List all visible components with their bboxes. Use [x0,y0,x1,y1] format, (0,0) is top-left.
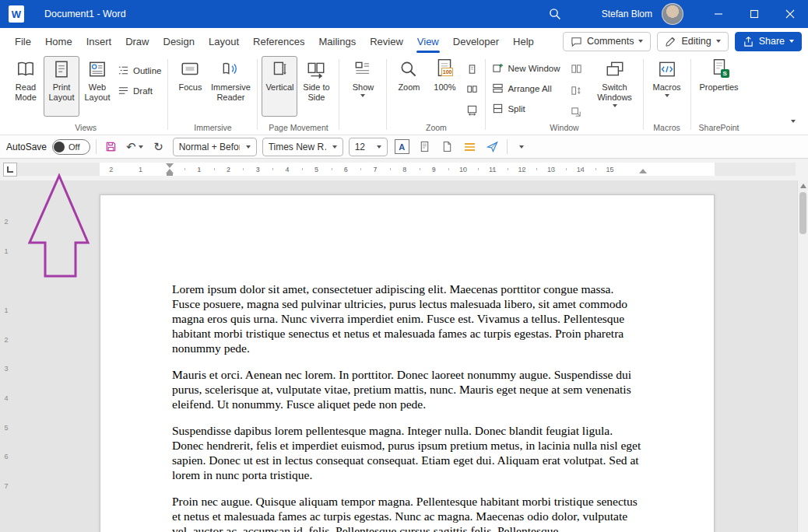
customize-qat-icon[interactable] [513,138,530,156]
font-size-dropdown[interactable]: 12 [349,138,388,156]
split-button[interactable]: Split [490,100,562,117]
focus-button[interactable]: Focus [172,56,208,117]
pencil-icon [665,36,676,47]
account-name[interactable]: Stefan Blom [602,9,652,19]
ruler-number: 1 [126,166,156,173]
new-window-button[interactable]: New Window [490,59,562,77]
tab-selector[interactable] [3,163,17,177]
view-side-by-side-icon[interactable] [567,59,586,78]
immersive-reader-icon [220,59,241,79]
font-dropdown[interactable]: Times New R… [262,138,343,156]
share-button[interactable]: Share [735,32,802,51]
redo-button[interactable]: ↻ [150,138,167,156]
ribbon-group-immersive: Focus Immersive Reader Immersive [169,54,256,135]
document-page[interactable]: Lorem ipsum dolor sit amet, consectetuer… [100,194,715,532]
tab-developer[interactable]: Developer [446,28,506,54]
read-mode-button[interactable]: Read Mode [8,56,44,117]
paragraph[interactable]: Mauris et orci. Aenean nec lorem. In por… [172,367,641,411]
one-page-icon[interactable] [462,60,481,79]
highlight-lines-button[interactable] [462,138,479,156]
vertical-button[interactable]: Vertical [262,56,297,117]
maximize-button[interactable] [736,0,772,28]
zoom-100-icon: 100 [434,59,455,79]
style-dropdown[interactable]: Normal + Befor [173,138,257,156]
avatar[interactable] [662,3,683,25]
paper-plane-icon [487,141,498,152]
vertical-ruler[interactable]: 21 1234567 [0,180,14,532]
multiple-pages-icon[interactable] [462,80,481,99]
autosave-state: Off [69,142,79,152]
zoom-100-button[interactable]: 100 100% [427,56,462,117]
group-label-window: Window [487,123,641,132]
tab-insert[interactable]: Insert [79,28,119,54]
collapse-ribbon-icon[interactable] [788,110,799,128]
paragraph[interactable]: Lorem ipsum dolor sit amet, consectetuer… [172,282,641,355]
save-button[interactable] [102,138,119,156]
tab-layout[interactable]: Layout [202,28,246,54]
tab-mailings[interactable]: Mailings [312,28,364,54]
page-setup-button[interactable] [416,138,434,156]
immersive-reader-button[interactable]: Immersive Reader [208,56,253,117]
right-indent-marker[interactable] [639,169,647,173]
tab-references[interactable]: References [246,28,311,54]
editing-button[interactable]: Editing [657,32,728,51]
word-app-icon: W [9,5,24,23]
page-width-icon[interactable] [462,100,481,119]
draft-button[interactable]: Draft [115,82,163,100]
new-document-button[interactable] [439,138,456,156]
ruler-number: 13 [536,166,566,173]
ribbon-group-show: Show [340,54,385,135]
close-button[interactable] [772,0,808,28]
reset-window-position-icon[interactable] [567,103,586,121]
ruler-number: 6 [0,442,12,471]
share-icon [743,36,754,47]
send-button[interactable] [484,138,501,156]
left-indent-marker[interactable] [167,173,173,176]
ruler-number: 9 [420,166,449,173]
tab-help[interactable]: Help [506,28,541,54]
show-button[interactable]: Show [343,56,382,117]
ribbon-group-window: New Window Arrange All Split [487,54,641,135]
ruler-number: 3 [0,354,12,383]
paragraph[interactable]: Proin nec augue. Quisque aliquam tempor … [172,494,641,532]
vertical-scrollbar[interactable] [797,180,808,532]
side-to-side-button[interactable]: Side to Side [297,56,335,117]
tab-file[interactable]: File [8,28,38,54]
arrange-all-button[interactable]: Arrange All [490,79,562,97]
tab-view[interactable]: View [410,28,446,54]
tab-draw[interactable]: Draw [118,28,156,54]
ruler-number: 5 [0,413,12,443]
web-layout-button[interactable]: Web Layout [79,56,115,117]
switch-windows-button[interactable]: Switch Windows [591,56,639,117]
tab-home[interactable]: Home [38,28,79,54]
macros-button[interactable]: Macros [648,56,687,117]
paragraph[interactable]: Suspendisse dapibus lorem pellentesque m… [172,423,641,482]
web-layout-icon [87,59,107,79]
tab-design[interactable]: Design [156,28,202,54]
chevron-down-icon [613,104,617,107]
character-border-button[interactable]: A [393,138,411,156]
search-icon[interactable] [544,3,566,25]
tab-review[interactable]: Review [363,28,410,54]
scrollbar-thumb[interactable] [799,192,806,234]
arrange-all-icon [492,82,504,94]
ruler-number: 8 [390,166,420,173]
print-layout-button[interactable]: Print Layout [44,56,79,117]
show-icon [353,59,373,79]
group-label-immersive: Immersive [169,123,256,132]
autosave-toggle[interactable]: Off [52,139,90,155]
synchronous-scrolling-icon[interactable] [567,81,586,100]
scroll-up-icon[interactable] [800,184,806,188]
outline-button[interactable]: Outline [115,61,163,79]
undo-button[interactable]: ↶ [125,138,145,156]
minimize-button[interactable] [701,0,736,28]
ruler-number: 7 [0,471,12,501]
horizontal-ruler[interactable]: 21 123456789101112131415 [17,163,796,176]
comments-button[interactable]: Comments [563,32,651,51]
properties-button[interactable]: S Properties [695,56,743,117]
ribbon-group-zoom: Zoom 100 100% Zoom [388,54,484,135]
read-mode-icon [16,59,36,79]
zoom-button[interactable]: Zoom [391,56,427,117]
chevron-down-icon [638,40,643,43]
first-line-indent-marker[interactable] [166,163,174,168]
